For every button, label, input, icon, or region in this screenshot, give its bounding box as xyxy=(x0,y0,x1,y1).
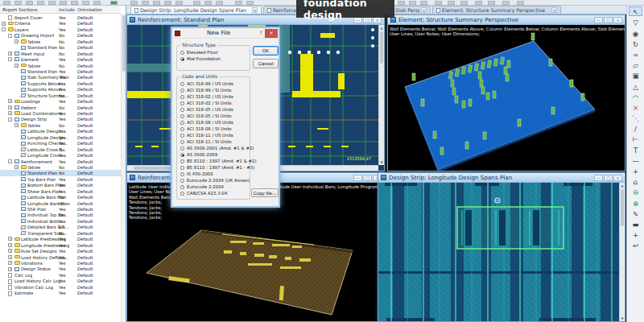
tree-expand-toggle[interactable]: - xyxy=(8,34,12,38)
window-titlebar[interactable]: Element: Structure Summary Perspective —… xyxy=(388,15,625,25)
toolbar-icon[interactable] xyxy=(153,1,160,5)
code-units-option[interactable]: ACI 318-11 / US Units xyxy=(177,132,250,138)
code-units-option[interactable]: AS 3600-2001 (Amd. #1 & #2) xyxy=(177,145,250,151)
toolbar-icon[interactable] xyxy=(82,1,89,5)
zoom-out-icon[interactable]: ⊖ xyxy=(629,187,642,196)
home-view-icon[interactable]: ⌂ xyxy=(629,176,642,186)
tree-item[interactable]: Standard PlanNoDefault xyxy=(0,44,121,50)
help-button[interactable]: ? xyxy=(257,29,265,37)
close-button[interactable]: × xyxy=(265,29,278,38)
close-button[interactable]: × xyxy=(613,17,622,23)
tree-expand-toggle[interactable]: + xyxy=(8,249,12,253)
tree-item[interactable]: Individual Botto...YesDefault xyxy=(0,218,121,224)
toolbar-icon[interactable] xyxy=(193,1,200,5)
toolbar-icon[interactable] xyxy=(488,1,495,5)
code-units-option[interactable]: ACI 318-05 / SI Units xyxy=(177,113,250,119)
zoom-in-icon[interactable]: ⊕ xyxy=(629,198,642,208)
link-nodes-icon[interactable]: ∞ xyxy=(629,49,642,59)
tree-expand-toggle[interactable]: + xyxy=(8,261,12,265)
scrollbar-thumb[interactable] xyxy=(380,31,383,64)
tree-expand-toggle[interactable]: + xyxy=(2,22,6,26)
tree-item[interactable]: Longitude Bars PlanNoDefault xyxy=(0,200,121,206)
tree-item[interactable]: EstimateYesDefault xyxy=(0,290,121,295)
toolbar-icon[interactable] xyxy=(175,1,183,5)
tree-item[interactable]: +PatternNoDefault xyxy=(0,105,121,110)
tree-expand-toggle[interactable]: + xyxy=(8,267,12,271)
duplicate-icon[interactable]: ▣ xyxy=(629,70,642,80)
code-units-option[interactable]: IS 456-2000 xyxy=(177,171,250,177)
tree-item[interactable]: Transparent Slab...NoDefault xyxy=(0,230,121,236)
structure-type-option[interactable]: Elevated Floor xyxy=(177,49,250,56)
tree-expand-toggle[interactable]: - xyxy=(8,57,12,61)
tree-item[interactable]: +TablesNoDefault xyxy=(0,39,121,44)
toolbar-icon[interactable] xyxy=(142,1,149,5)
toolbar-icon[interactable] xyxy=(460,1,468,5)
code-units-option[interactable]: ACI 318-99 / SI Units xyxy=(177,87,250,93)
toolbar-icon[interactable] xyxy=(3,1,10,5)
delete-icon[interactable]: × xyxy=(629,102,642,112)
toolbar-icon[interactable] xyxy=(14,1,22,5)
copy-file-button[interactable]: Copy file... xyxy=(251,188,279,197)
toolbar-icon[interactable] xyxy=(475,1,482,5)
eraser-icon[interactable]: ▱ xyxy=(629,60,642,69)
tree-item[interactable]: Shear Bars PlanYesDefault xyxy=(0,188,121,194)
tree-item[interactable]: Longitude Design...YesDefault xyxy=(0,134,121,140)
scrollbar-thumb[interactable] xyxy=(621,189,624,226)
code-units-option[interactable]: ACI 318-99 / US Units xyxy=(177,80,250,87)
code-units-option[interactable]: ACI 318-11 / SI Units xyxy=(177,138,250,145)
minimize-button[interactable]: — xyxy=(594,17,603,23)
tree-item[interactable]: +TablesNoDefault xyxy=(0,63,121,68)
tree-item[interactable]: Individual Top Ba...YesDefault xyxy=(0,212,121,217)
structure-type-option[interactable]: Mat Foundation xyxy=(177,56,250,62)
tree-item[interactable]: +Longitude PrestressingYesDefault xyxy=(0,242,121,248)
tree-item[interactable]: +Rule Set DesignsYesDefault xyxy=(0,248,121,254)
measure-icon[interactable]: ⊢ xyxy=(629,134,642,143)
tab-close-icon[interactable]: × xyxy=(252,7,258,13)
tree-item[interactable]: Latitude Cross S...NoDefault xyxy=(0,147,121,152)
document-tab[interactable]: Design Strip: Longitude Design Spans Pla… xyxy=(130,6,262,14)
tree-expand-toggle[interactable]: + xyxy=(8,255,12,259)
maximize-button[interactable]: □ xyxy=(363,175,372,181)
tree-expand-toggle[interactable]: + xyxy=(8,243,12,247)
maximize-button[interactable]: □ xyxy=(604,17,613,23)
scrollbar-thumb[interactable] xyxy=(122,15,126,72)
select-cursor-icon[interactable]: ↖ xyxy=(629,6,642,16)
tree-item[interactable]: +TablesNoDefault xyxy=(0,122,121,128)
window-longitude-design-spans[interactable]: Design Strip: Longitude Design Spans Pla… xyxy=(378,172,625,322)
tree-expand-toggle[interactable]: - xyxy=(8,118,12,122)
code-units-option[interactable]: Eurocode 2-2004 xyxy=(177,184,250,190)
viewport-design-strips[interactable]: ▲ ▼ xyxy=(378,183,625,321)
tree-item[interactable]: Calc LogYesDefault xyxy=(0,272,121,278)
tree-item[interactable]: Report CoverYesDefault xyxy=(0,14,121,20)
close-button[interactable]: × xyxy=(613,175,622,181)
toolbar-icon[interactable] xyxy=(71,1,78,5)
code-units-option[interactable]: AS 3600-2009 xyxy=(177,151,250,158)
tree-item[interactable]: +VibrationsYesDefault xyxy=(0,260,121,266)
window-titlebar[interactable]: Design Strip: Longitude Design Spans Pla… xyxy=(378,173,625,183)
line-icon[interactable]: ∕ xyxy=(629,123,642,133)
tree-item[interactable]: Detailed Bars & S...NoDefault xyxy=(0,224,121,229)
arc-icon[interactable]: ◠ xyxy=(629,92,642,101)
toolbar-icon[interactable] xyxy=(435,1,442,5)
text-icon[interactable]: T xyxy=(629,145,642,155)
tree-scrollbar[interactable] xyxy=(121,14,126,322)
code-units-option[interactable]: BS 8110 : 1997 (Amd. #1 & #2) xyxy=(177,158,250,164)
code-units-option[interactable]: BS 8110 : 1997 (Amd. #1 - #3) xyxy=(177,164,250,171)
code-units-option[interactable]: ACI 318-02 / SI Units xyxy=(177,100,250,106)
tree-item[interactable]: Longitude Cross ...YesDefault xyxy=(0,152,121,158)
tree-item[interactable]: Vibration Calc LogYesDefault xyxy=(0,284,121,290)
tree-item[interactable]: +Load CombinationsYesDefault xyxy=(0,110,121,116)
vertical-scrollbar[interactable]: ▲ ▼ xyxy=(378,25,384,165)
prism-icon[interactable]: △ xyxy=(629,81,642,91)
orbit-rotate-icon[interactable]: ↻ xyxy=(629,39,642,48)
tree-expand-toggle[interactable]: + xyxy=(8,237,12,241)
maximize-button[interactable]: □ xyxy=(604,175,613,181)
tree-item[interactable]: Standard PlanNoDefault xyxy=(0,170,121,175)
tree-item[interactable]: +CriteriaYesDefault xyxy=(0,20,121,26)
tree-item[interactable]: -Design StripYesDefault xyxy=(0,116,121,122)
toolbar-icon[interactable] xyxy=(130,1,138,5)
code-units-option[interactable]: ACI 318-05 / US Units xyxy=(177,106,250,113)
filter-icon[interactable]: ▽ xyxy=(629,17,642,27)
tree-item[interactable]: Slab Summary PlanYesDefault xyxy=(0,74,121,80)
ok-button[interactable]: OK xyxy=(253,46,279,56)
